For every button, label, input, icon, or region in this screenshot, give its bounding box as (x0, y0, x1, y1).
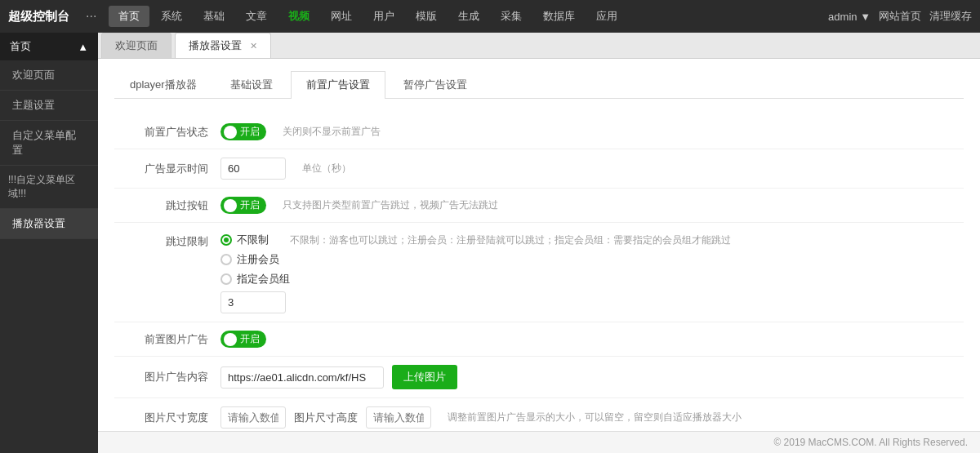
admin-dropdown[interactable]: admin ▼ (828, 11, 871, 23)
toggle-circle-skip (224, 199, 237, 212)
nav-article[interactable]: 文章 (236, 6, 277, 27)
sidebar-title: 首页 (10, 39, 31, 54)
nav-right: admin ▼ 网站首页 清理缓存 (828, 9, 972, 24)
form-row-image-ad: 前置图片广告 开启 (114, 322, 964, 357)
sidebar-item-theme[interactable]: 主题设置 (0, 91, 98, 121)
content-area: dplayer播放器 基础设置 前置广告设置 暂停广告设置 前置广告状态 (98, 59, 980, 431)
upload-image-button[interactable]: 上传图片 (392, 365, 457, 389)
tab-welcome[interactable]: 欢迎页面 (101, 33, 172, 58)
hint-preroll-status: 关闭则不显示前置广告 (283, 125, 381, 139)
input-image-url[interactable] (220, 366, 384, 389)
nav-user[interactable]: 用户 (363, 6, 404, 27)
inner-tab-preroll-ad[interactable]: 前置广告设置 (291, 71, 385, 99)
sidebar: 首页 ▲ 欢迎页面 主题设置 自定义菜单配置 !!!自定义菜单区域!!! 播放器… (0, 33, 98, 453)
label-image-ad: 前置图片广告 (114, 332, 220, 347)
nav-video[interactable]: 视频 (278, 6, 319, 27)
nav-system[interactable]: 系统 (151, 6, 192, 27)
label-image-content: 图片广告内容 (114, 370, 220, 384)
nav-template[interactable]: 模版 (406, 6, 447, 27)
nav-generate[interactable]: 生成 (448, 6, 489, 27)
form-row-skip-btn: 跳过按钮 开启 只支持图片类型前置广告跳过，视频广告无法跳过 (114, 189, 964, 223)
footer-text: © 2019 MacCMS.COM. All Rights Reserved. (773, 437, 968, 448)
inner-tabs: dplayer播放器 基础设置 前置广告设置 暂停广告设置 (114, 71, 964, 99)
form-row-preroll-status: 前置广告状态 开启 关闭则不显示前置广告 (114, 115, 964, 149)
hint-image-size: 调整前置图片广告显示的大小，可以留空，留空则自适应播放器大小 (448, 411, 742, 424)
nav-collect[interactable]: 采集 (491, 6, 532, 27)
main-content: 欢迎页面 播放器设置 ✕ dplayer播放器 基础设置 前置广告设置 (98, 33, 980, 453)
radio-label-no-limit: 不限制 (237, 233, 269, 247)
hint-skip-limit: 不限制：游客也可以跳过；注册会员：注册登陆就可以跳过；指定会员组：需要指定的会员… (290, 233, 731, 247)
input-ad-duration[interactable] (220, 158, 286, 180)
form-row-image-size: 图片尺寸宽度 图片尺寸高度 调整前置图片广告显示的大小，可以留空，留空则自适应播… (114, 398, 964, 431)
radio-circle-specified (220, 273, 232, 285)
inner-tab-dplayer[interactable]: dplayer播放器 (114, 71, 212, 98)
input-group-id[interactable] (220, 291, 286, 313)
radio-circle-no-limit (220, 234, 232, 246)
radio-specified-group[interactable]: 指定会员组 (220, 272, 290, 286)
sidebar-item-menu-area[interactable]: !!!自定义菜单区域!!! (0, 166, 98, 209)
toggle-label-on: 开启 (240, 125, 260, 139)
sidebar-item-welcome[interactable]: 欢迎页面 (0, 60, 98, 91)
control-image-content: 上传图片 (220, 365, 964, 389)
inner-tab-pause-ad[interactable]: 暂停广告设置 (388, 71, 483, 98)
sidebar-arrow-icon: ▲ (78, 41, 88, 53)
toggle-preroll-status[interactable]: 开启 (220, 123, 266, 140)
toggle-skip-btn[interactable]: 开启 (220, 197, 266, 214)
hint-skip-btn: 只支持图片类型前置广告跳过，视频广告无法跳过 (283, 198, 498, 212)
control-skip-btn: 开启 只支持图片类型前置广告跳过，视频广告无法跳过 (220, 197, 964, 214)
inner-tab-basic[interactable]: 基础设置 (215, 71, 288, 98)
sidebar-item-player[interactable]: 播放器设置 (0, 209, 98, 239)
clear-cache-link[interactable]: 清理缓存 (929, 9, 972, 24)
label-skip-limit: 跳过限制 (114, 233, 220, 249)
control-image-ad: 开启 (220, 331, 964, 348)
control-image-size: 图片尺寸高度 调整前置图片广告显示的大小，可以留空，留空则自适应播放器大小 (220, 406, 964, 429)
label-preroll-status: 前置广告状态 (114, 125, 220, 140)
sidebar-header[interactable]: 首页 ▲ (0, 33, 98, 60)
toggle-label-image-on: 开启 (240, 332, 260, 346)
nav-app[interactable]: 应用 (586, 6, 627, 27)
label-skip-btn: 跳过按钮 (114, 198, 220, 213)
form-row-ad-duration: 广告显示时间 单位（秒） (114, 149, 964, 189)
control-skip-limit: 不限制 不限制：游客也可以跳过；注册会员：注册登陆就可以跳过；指定会员组：需要指… (220, 233, 964, 313)
brand-logo: 超级控制台 (8, 9, 69, 24)
radio-registered[interactable]: 注册会员 (220, 252, 279, 267)
footer: © 2019 MacCMS.COM. All Rights Reserved. (98, 431, 980, 453)
radio-label-specified: 指定会员组 (237, 272, 290, 286)
radio-circle-registered (220, 254, 232, 265)
nav-home[interactable]: 首页 (109, 6, 149, 27)
tab-close-icon[interactable]: ✕ (250, 41, 257, 51)
nav-items: 首页 系统 基础 文章 视频 网址 用户 模版 生成 采集 数据库 应用 (109, 6, 828, 27)
homepage-link[interactable]: 网站首页 (879, 9, 921, 24)
nav-basic[interactable]: 基础 (194, 6, 234, 27)
control-preroll-status: 开启 关闭则不显示前置广告 (220, 123, 964, 140)
dots-menu[interactable]: ··· (86, 9, 96, 24)
sidebar-item-menu-config[interactable]: 自定义菜单配置 (0, 121, 98, 166)
form-row-skip-limit: 跳过限制 不限制 不限制：游客也可以跳过；注册会员：注册登陆就可以跳过；指定会员… (114, 223, 964, 322)
toggle-circle-image (224, 333, 237, 346)
top-navigation: 超级控制台 ··· 首页 系统 基础 文章 视频 网址 用户 模版 生成 采集 … (0, 0, 980, 33)
tab-player[interactable]: 播放器设置 ✕ (175, 33, 271, 58)
toggle-image-ad[interactable]: 开启 (220, 331, 266, 348)
form-row-image-content: 图片广告内容 上传图片 (114, 357, 964, 398)
nav-website[interactable]: 网址 (321, 6, 362, 27)
hint-ad-duration: 单位（秒） (302, 162, 351, 175)
radio-no-limit[interactable]: 不限制 不限制：游客也可以跳过；注册会员：注册登陆就可以跳过；指定会员组：需要指… (220, 233, 731, 247)
tab-bar: 欢迎页面 播放器设置 ✕ (98, 33, 980, 59)
input-image-width[interactable] (220, 406, 286, 429)
toggle-label-skip-on: 开启 (240, 198, 260, 212)
radio-label-registered: 注册会员 (237, 252, 279, 267)
nav-database[interactable]: 数据库 (533, 6, 585, 27)
input-image-height[interactable] (366, 406, 431, 429)
control-ad-duration: 单位（秒） (220, 158, 964, 180)
main-layout: 首页 ▲ 欢迎页面 主题设置 自定义菜单配置 !!!自定义菜单区域!!! 播放器… (0, 33, 980, 453)
label-ad-duration: 广告显示时间 (114, 162, 220, 176)
toggle-circle (224, 126, 237, 139)
label-image-height: 图片尺寸高度 (294, 411, 358, 425)
form-section: 前置广告状态 开启 关闭则不显示前置广告 广告显示时间 单位（秒） (114, 115, 964, 431)
label-image-width: 图片尺寸宽度 (114, 411, 220, 425)
